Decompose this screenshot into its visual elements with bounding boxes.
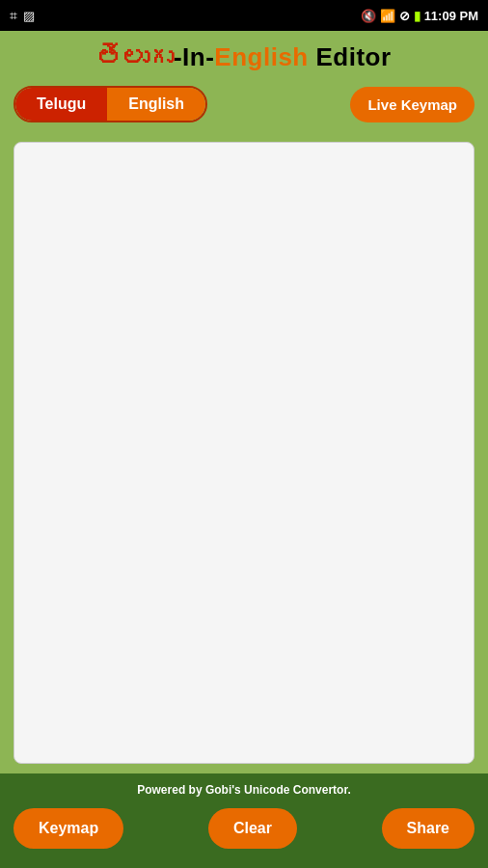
english-button[interactable]: English [107, 88, 205, 121]
telugu-title-text: తెలుగు [96, 42, 174, 71]
english-title-text: English [214, 42, 308, 71]
language-toggle: Telugu English [14, 86, 207, 122]
usb-icon: ⌗ [10, 8, 17, 24]
lang-row: Telugu English Live Keymap [0, 80, 488, 132]
clear-button[interactable]: Clear [208, 808, 297, 849]
powered-prefix: Powered by [137, 783, 205, 797]
wifi-icon: 📶 [380, 9, 395, 23]
status-bar: ⌗ ▨ 🔇 📶 ⊘ ▮ 11:09 PM [0, 0, 488, 31]
title-bar: తెలుగు-In-English Editor [0, 31, 488, 80]
bottom-bar: Powered by Gobi's Unicode Convertor. Key… [0, 773, 488, 868]
powered-suffix: . [347, 783, 350, 797]
live-keymap-button[interactable]: Live Keymap [350, 87, 474, 122]
text-editor[interactable] [14, 142, 474, 764]
telugu-button[interactable]: Telugu [15, 88, 107, 121]
keymap-button[interactable]: Keymap [14, 808, 123, 849]
editor-title-text: Editor [309, 42, 392, 71]
powered-by: Powered by Gobi's Unicode Convertor. [14, 783, 474, 797]
image-icon: ▨ [23, 9, 35, 23]
clock: 11:09 PM [424, 9, 478, 23]
share-button[interactable]: Share [382, 808, 474, 849]
editor-container [0, 132, 488, 773]
action-row: Keymap Clear Share [14, 808, 474, 849]
battery-icon: ▮ [414, 9, 420, 23]
in-title-text: -In- [174, 42, 214, 71]
powered-brand: Gobi's Unicode Convertor [205, 783, 348, 797]
block-icon: ⊘ [399, 9, 410, 23]
mute-icon: 🔇 [361, 9, 376, 23]
